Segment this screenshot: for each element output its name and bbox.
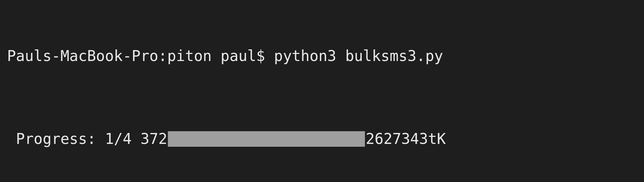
shell-prompt: Pauls-MacBook-Pro:piton paul$ [7,46,265,67]
terminal-output[interactable]: Pauls-MacBook-Pro:piton paul$ python3 bu… [7,4,637,182]
progress-counter: 1/4 [105,129,132,150]
command-line: Pauls-MacBook-Pro:piton paul$ python3 bu… [7,46,637,67]
progress-row: Progress: 1/4 3722627343tK [7,129,637,150]
redacted-block [168,131,365,147]
command-text: python3 bulksms3.py [274,46,443,67]
progress-label: Progress: [16,129,96,150]
progress-prefix: 372 [140,129,167,150]
progress-suffix: 2627343tK [366,129,446,150]
